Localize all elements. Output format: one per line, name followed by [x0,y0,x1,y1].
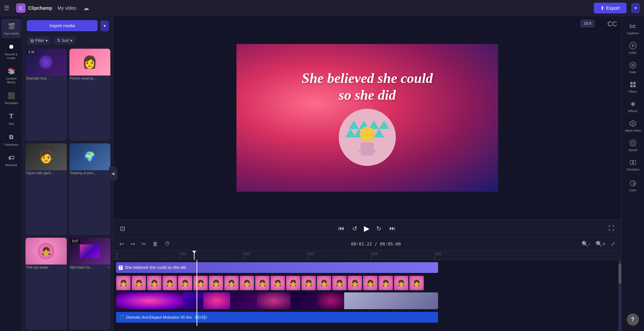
media-item-5[interactable]: 👧 Pink top avatar ✓ [25,238,67,330]
sidebar-item-your-media[interactable]: 🎬 Your media [1,19,21,38]
redo-button[interactable]: ↪ [128,239,137,248]
subtitles-button[interactable]: ⊡ [119,224,126,234]
text-track: T She believed she could so she did [116,262,619,274]
aspect-ratio-badge[interactable]: 16:9 [581,20,594,27]
rs-item-adjust-colors[interactable]: Adjust colors [623,116,643,135]
audio-track: 🎵 Dramatic And Elegant Motivation 30 Sec [116,311,619,323]
import-media-dropdown[interactable]: ▾ [100,20,109,31]
timeline-scrollbar-thumb[interactable] [619,264,621,284]
sidebar-item-templates[interactable]: ⬛ Templates [1,88,21,108]
import-media-button[interactable]: Import media [27,20,98,31]
media-item-2[interactable]: 👩 Person wearing ... [69,49,111,141]
sidebar-item-label-record-create: Record & create [3,53,20,60]
timeline-scrollbar-track [619,260,621,331]
rs-item-color[interactable]: Color [623,176,643,195]
transition-rs-icon [628,158,638,167]
rs-item-effects[interactable]: Effects [623,97,643,115]
media-item-1[interactable]: 0:30 Dramatic And... ✓ [25,49,67,141]
forward-5s-button[interactable]: ↻ [375,224,383,234]
audio-track-clip[interactable]: 🎵 Dramatic And Elegant Motivation 30 Sec [116,312,438,323]
text-track-clip[interactable]: T She believed she could so she did [116,262,438,273]
timer-button[interactable]: ⏱ [163,240,172,248]
svg-rect-18 [633,85,636,87]
sidebar-item-brand-kit[interactable]: 🏷 Brand kit [1,150,21,170]
controls-center: ⏮ ↺ ▶ ↻ ⏭ [337,224,397,234]
sort-chevron-icon: ▾ [70,38,72,43]
avatar-thumb-4: 👧 [162,276,177,290]
media-thumb-3: 🧑 [25,143,67,170]
rs-item-fade[interactable]: Fade [623,58,643,77]
undo-button[interactable]: ↩ [117,239,126,248]
sort-button[interactable]: ⇅ Sort ▾ [54,37,76,45]
rs-item-label-filters: Filters [629,90,637,93]
video-track [116,292,619,310]
sidebar-item-record-create[interactable]: ⏺ Record & create [1,40,21,63]
rs-item-filters[interactable]: Filters [623,77,643,96]
avatar-thumb-7: 👧 [209,276,223,290]
templates-icon: ⬛ [7,91,16,100]
text-icon: T [7,112,16,121]
avatar-thumb-19: 👧 [394,276,409,290]
sidebar-item-text[interactable]: T Text [1,109,21,129]
export-button[interactable]: ⬆ Export [594,3,627,13]
playhead-ruler [194,251,195,260]
captions-icon: CC [607,20,617,28]
menu-icon[interactable]: ☰ [4,4,9,12]
export-dropdown-button[interactable]: ▾ [631,3,640,13]
video-track-content[interactable] [116,292,438,309]
avatar-thumbs-row: 👧 👧 👧 👧 👧 👧 👧 👧 👧 👧 👧 [116,276,438,290]
rs-item-label-color: Color [629,189,637,192]
avatar-thumb-5: 👧 [178,276,193,290]
video-segment-6 [290,292,317,309]
fit-timeline-button[interactable]: ⤢ [609,239,617,248]
cut-button[interactable]: ✂ [140,239,148,248]
timeline-body: 0 0:01 0:02 0:03 0:04 0:05 [113,251,621,331]
media-check-1: ✓ [63,77,66,80]
delete-button[interactable]: 🗑 [151,240,160,248]
media-item-6[interactable]: 0:07 light leaks tra... ▾ [69,238,111,330]
right-sidebar: CC Captions Audio Fade Filters Effects [621,16,644,331]
brand-kit-icon: 🏷 [7,153,16,162]
skip-forward-button[interactable]: ⏭ [388,224,397,233]
sidebar-item-transitions[interactable]: ⧉ Transitions [1,130,21,149]
preview-caption-btn[interactable]: CC [607,20,617,28]
preview-avatar [339,109,396,166]
svg-rect-23 [630,160,633,164]
skip-back-button[interactable]: ⏮ [337,224,345,233]
video-segment-5 [257,292,290,309]
sidebar-item-content-library[interactable]: 📚 Content library [1,64,21,87]
media-item-4[interactable]: 🌍 Drawing of pers... [69,143,111,235]
ruler-mark-2: 0:02 [244,252,250,256]
media-item-3[interactable]: 🧑 Figure with giant... [25,143,67,235]
video-segment-4 [230,292,257,309]
avatar-triangles-svg [339,109,396,166]
rs-item-speed[interactable]: Speed [623,136,643,154]
app-logo: C Clipchamp [16,3,52,13]
preview-controls: ⊡ ⏮ ↺ ▶ ↻ ⏭ ⛶ [113,220,621,237]
ruler-mark-4: 0:04 [371,252,377,256]
rs-item-transition[interactable]: Transition [623,155,643,174]
media-label-1: Dramatic And... ✓ [25,76,67,81]
panel-collapse-button[interactable]: ◀ [109,167,117,180]
video-segment-8 [344,292,438,309]
svg-marker-20 [631,122,635,126]
zoom-out-button[interactable]: 🔍- [580,239,592,248]
rewind-5s-button[interactable]: ↺ [351,224,359,234]
help-button[interactable]: ? [627,314,639,326]
zoom-in-button[interactable]: 🔍+ [594,239,607,248]
avatar-thumb-14: 👧 [317,276,331,290]
avatar-track-content[interactable]: 👧 👧 👧 👧 👧 👧 👧 👧 👧 👧 👧 [116,276,438,290]
filter-button[interactable]: ▤ Filter ▾ [27,37,51,45]
adjust-colors-rs-icon [628,119,638,128]
rs-item-label-adjust-colors: Adjust colors [625,129,641,132]
rs-item-audio[interactable]: Audio [623,38,643,57]
sidebar-item-label-text: Text [8,122,14,126]
fullscreen-button[interactable]: ⛶ [607,224,616,233]
play-pause-button[interactable]: ▶ [364,224,370,233]
avatar-thumb-1: 👧 [116,276,131,290]
video-title[interactable]: My video [58,5,76,11]
speed-rs-icon [628,138,638,148]
rs-item-captions[interactable]: CC Captions [623,19,643,38]
avatar-thumb-12: 👧 [286,276,301,290]
avatar-thumb-15: 👧 [332,276,347,290]
